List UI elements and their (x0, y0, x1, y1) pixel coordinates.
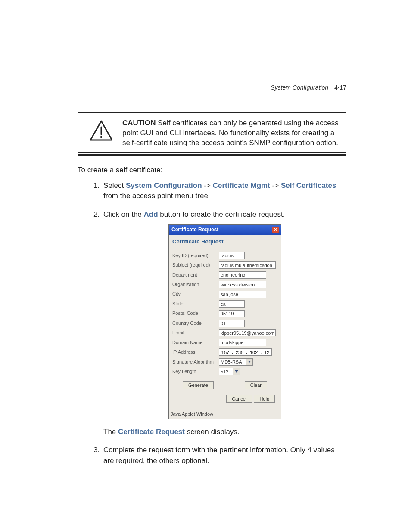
label-organization: Organization (172, 281, 219, 288)
kw-system-config: System Configuration (126, 181, 202, 190)
chevron-down-icon (248, 361, 251, 363)
certificate-request-dialog: Certificate Request ✕ Certificate Reques… (168, 224, 281, 419)
running-header: System Configuration 4-17 (271, 84, 346, 91)
input-city[interactable] (219, 291, 266, 298)
step-2: Click on the Add button to create the ce… (102, 209, 346, 437)
form-area: Key ID (required) Subject (required) Dep… (169, 249, 281, 410)
kw-cert-mgmt: Certificate Mgmt (213, 181, 270, 190)
label-domain: Domain Name (172, 339, 219, 346)
kw-self-certs: Self Certificates (281, 181, 336, 190)
statusbar: Java Applet Window (169, 410, 281, 419)
close-icon: ✕ (274, 227, 277, 232)
svg-marker-4 (235, 370, 238, 373)
intro-text: To create a self certificate: (78, 166, 346, 174)
svg-marker-3 (248, 361, 251, 363)
input-department[interactable] (219, 271, 266, 279)
label-sigalg: Signature Algorithm (172, 359, 219, 366)
input-state[interactable] (219, 300, 245, 308)
input-postal[interactable] (219, 310, 245, 317)
dialog-titlebar: Certificate Request ✕ (169, 225, 281, 235)
label-state: State (172, 301, 219, 308)
label-email: Email (172, 330, 219, 336)
dropdown-button[interactable] (246, 358, 253, 366)
rule-bottom-thick (78, 154, 346, 156)
after-dialog-text: The Certificate Request screen displays. (103, 427, 346, 438)
combo-sigalg[interactable] (219, 358, 253, 366)
section-title: System Configuration (271, 84, 328, 91)
ip-seg-3[interactable] (248, 349, 260, 355)
combo-keylen[interactable] (219, 368, 240, 375)
ip-seg-1[interactable] (219, 349, 231, 355)
input-sigalg[interactable] (219, 358, 246, 366)
steps-list: Select System Configuration -> Certifica… (102, 180, 346, 467)
input-country[interactable] (219, 320, 245, 327)
help-button[interactable]: Help (254, 395, 275, 403)
step-1: Select System Configuration -> Certifica… (102, 180, 346, 202)
warning-icon (90, 118, 113, 143)
caution-label: CAUTION (122, 119, 156, 127)
clear-button[interactable]: Clear (245, 381, 267, 389)
input-email[interactable] (219, 329, 276, 336)
kw-add: Add (144, 210, 158, 218)
kw-cert-request: Certificate Request (118, 428, 185, 436)
label-country: Country Code (172, 320, 219, 327)
input-subject[interactable] (219, 261, 276, 269)
dropdown-button[interactable] (233, 368, 240, 375)
svg-point-2 (100, 136, 102, 138)
ip-seg-4[interactable] (262, 349, 271, 355)
label-ip: IP Address (172, 349, 219, 356)
page-number: 4-17 (334, 84, 346, 91)
generate-button[interactable]: Generate (183, 381, 214, 389)
close-button[interactable]: ✕ (272, 227, 279, 233)
label-key-id: Key ID (required) (172, 252, 219, 259)
input-organization[interactable] (219, 281, 266, 288)
ip-seg-2[interactable] (234, 349, 246, 355)
label-city: City (172, 291, 219, 298)
step-3: Complete the request form with the perti… (102, 445, 346, 466)
label-postal: Postal Code (172, 310, 219, 317)
dialog-section-head: Certificate Request (169, 235, 281, 249)
cancel-button[interactable]: Cancel (226, 395, 252, 403)
chevron-down-icon (235, 370, 238, 373)
input-ip[interactable]: . . . (219, 348, 272, 356)
label-department: Department (172, 272, 219, 279)
input-keylen[interactable] (219, 368, 233, 375)
caution-block: CAUTION Self certificates can only be ge… (78, 115, 346, 152)
input-domain[interactable] (219, 339, 266, 346)
input-key-id[interactable] (219, 252, 245, 259)
dialog-title: Certificate Request (171, 226, 218, 233)
caution-text: CAUTION Self certificates can only be ge… (122, 118, 346, 148)
label-subject: Subject (required) (172, 262, 219, 269)
label-keylen: Key Length (172, 368, 219, 375)
